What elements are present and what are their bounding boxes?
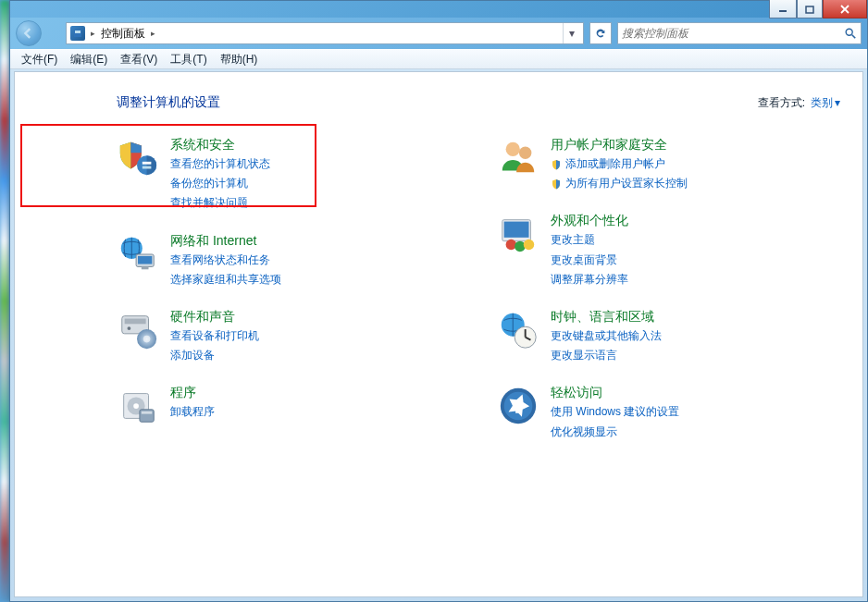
category-link[interactable]: 查看网络状态和任务 [170, 252, 281, 269]
category-link[interactable]: 查看设备和打印机 [170, 327, 259, 345]
link-text: 优化视频显示 [551, 424, 617, 441]
background-blur [0, 0, 9, 602]
menu-edit[interactable]: 编辑(E) [65, 50, 113, 69]
menu-help[interactable]: 帮助(H) [215, 50, 264, 69]
link-text: 更改键盘或其他输入法 [551, 327, 662, 345]
svg-point-22 [133, 403, 139, 409]
svg-point-17 [128, 326, 131, 330]
svg-point-26 [519, 147, 531, 159]
menu-view[interactable]: 查看(V) [115, 50, 163, 69]
link-text: 添加设备 [170, 347, 215, 364]
menu-file[interactable]: 文件(F) [16, 50, 63, 69]
link-text: 卸载程序 [170, 403, 215, 421]
category-link[interactable]: 选择家庭组和共享选项 [170, 271, 281, 289]
category-link[interactable]: 更改键盘或其他输入法 [551, 327, 662, 345]
search-box[interactable] [617, 22, 862, 44]
programs-icon [117, 385, 159, 427]
control-panel-icon [70, 26, 85, 41]
back-button[interactable] [16, 20, 42, 46]
svg-rect-16 [125, 318, 146, 324]
shield-icon [551, 159, 562, 170]
category-link[interactable]: 更改主题 [551, 231, 628, 249]
minimize-button[interactable] [769, 0, 797, 18]
view-by: 查看方式: 类别 ▾ [758, 95, 840, 111]
link-text: 添加或删除用户帐户 [565, 155, 665, 173]
column-right: 用户帐户和家庭安全添加或删除用户帐户为所有用户设置家长控制外观和个性化更改主题更… [497, 137, 840, 441]
breadcrumb-sep: ▸ [91, 29, 95, 38]
breadcrumb-sep-2[interactable]: ▸ [151, 29, 155, 38]
category-body: 用户帐户和家庭安全添加或删除用户帐户为所有用户设置家长控制 [551, 137, 688, 192]
svg-point-31 [524, 240, 535, 251]
category-network-internet: 网络和 Internet查看网络状态和任务选择家庭组和共享选项 [117, 233, 460, 289]
user-accounts-icon [497, 137, 539, 179]
nav-row: ▸ 控制面板 ▸ ▾ [10, 18, 867, 49]
category-link[interactable]: 卸载程序 [170, 403, 215, 421]
svg-point-30 [515, 241, 526, 252]
link-text: 查看网络状态和任务 [170, 252, 270, 269]
category-title-hardware-sound[interactable]: 硬件和声音 [170, 309, 259, 326]
category-link[interactable]: 调整屏幕分辨率 [551, 271, 628, 289]
chevron-down-icon: ▾ [835, 96, 840, 109]
category-title-programs[interactable]: 程序 [170, 385, 215, 401]
category-title-clock-language[interactable]: 时钟、语言和区域 [551, 309, 662, 326]
refresh-button[interactable] [589, 22, 612, 44]
address-dropdown-button[interactable]: ▾ [563, 23, 579, 43]
svg-rect-28 [504, 222, 529, 238]
clock-language-icon [497, 309, 539, 351]
link-text: 为所有用户设置家长控制 [565, 175, 688, 192]
svg-point-25 [506, 142, 520, 156]
svg-line-7 [852, 35, 856, 39]
view-by-value: 类别 [811, 95, 833, 111]
ease-of-access-icon [497, 385, 539, 427]
category-link[interactable]: 优化视频显示 [551, 424, 679, 441]
svg-point-29 [506, 240, 517, 251]
window-buttons [769, 0, 867, 18]
link-text: 更改主题 [551, 231, 595, 249]
category-link[interactable]: 更改显示语言 [551, 347, 662, 364]
titlebar[interactable] [10, 1, 867, 18]
content-area: 调整计算机的设置 查看方式: 类别 ▾ 系统和安全查看您的计算机状态备份您的计算… [14, 71, 863, 597]
appearance-icon [497, 213, 539, 255]
shield-icon [551, 178, 562, 190]
category-link[interactable]: 为所有用户设置家长控制 [551, 175, 688, 192]
category-user-accounts: 用户帐户和家庭安全添加或删除用户帐户为所有用户设置家长控制 [497, 137, 840, 192]
category-body: 硬件和声音查看设备和打印机添加设备 [170, 309, 259, 364]
category-title-appearance[interactable]: 外观和个性化 [551, 213, 628, 229]
category-link[interactable]: 添加或删除用户帐户 [551, 155, 688, 173]
menu-tools[interactable]: 工具(T) [165, 50, 212, 69]
link-text: 更改显示语言 [551, 347, 617, 364]
nav-back-forward [16, 20, 60, 46]
category-body: 网络和 Internet查看网络状态和任务选择家庭组和共享选项 [170, 233, 281, 289]
category-body: 外观和个性化更改主题更改桌面背景调整屏幕分辨率 [551, 213, 628, 289]
category-link[interactable]: 更改桌面背景 [551, 252, 628, 269]
category-link[interactable]: 添加设备 [170, 347, 259, 364]
category-title-user-accounts[interactable]: 用户帐户和家庭安全 [551, 137, 688, 154]
category-ease-of-access: 轻松访问使用 Windows 建议的设置优化视频显示 [497, 385, 840, 440]
category-link[interactable]: 使用 Windows 建议的设置 [551, 403, 679, 421]
address-drop: ▾ [563, 23, 579, 43]
category-hardware-sound: 硬件和声音查看设备和打印机添加设备 [117, 309, 460, 364]
category-body: 时钟、语言和区域更改键盘或其他输入法更改显示语言 [551, 309, 662, 364]
view-by-dropdown[interactable]: 类别 ▾ [811, 95, 840, 111]
explorer-window: ▸ 控制面板 ▸ ▾ 文件(F) 编辑(E) 查看(V) 工具(T) 帮助(H)… [9, 0, 868, 602]
category-title-network-internet[interactable]: 网络和 Internet [170, 233, 281, 250]
category-body: 轻松访问使用 Windows 建议的设置优化视频显示 [551, 385, 679, 440]
svg-point-6 [846, 29, 852, 35]
address-bar[interactable]: ▸ 控制面板 ▸ ▾ [66, 22, 584, 44]
breadcrumb-root[interactable]: 控制面板 [101, 26, 145, 42]
svg-rect-13 [138, 255, 152, 264]
svg-rect-1 [806, 6, 813, 13]
search-input[interactable] [622, 27, 844, 40]
link-text: 使用 Windows 建议的设置 [551, 403, 679, 421]
link-text: 查看设备和打印机 [170, 327, 259, 345]
link-text: 调整屏幕分辨率 [551, 271, 628, 289]
network-internet-icon [117, 233, 159, 276]
heading-row: 调整计算机的设置 查看方式: 类别 ▾ [117, 94, 840, 111]
svg-rect-5 [75, 31, 81, 33]
category-appearance: 外观和个性化更改主题更改桌面背景调整屏幕分辨率 [497, 213, 840, 289]
category-title-ease-of-access[interactable]: 轻松访问 [551, 385, 679, 401]
maximize-button[interactable] [797, 0, 823, 18]
link-text: 选择家庭组和共享选项 [170, 271, 281, 289]
close-button[interactable] [823, 0, 867, 18]
search-icon[interactable] [844, 27, 857, 40]
